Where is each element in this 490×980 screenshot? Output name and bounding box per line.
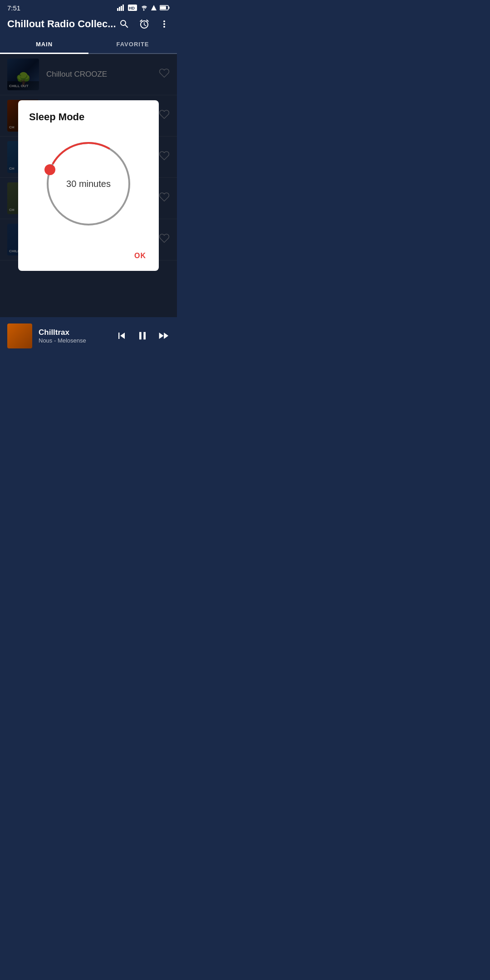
status-bar: 7:51 HD (0, 0, 177, 15)
battery-icon (160, 5, 170, 10)
status-icons: HD (117, 5, 170, 11)
player-thumbnail (7, 323, 32, 348)
svg-rect-2 (121, 6, 122, 11)
dial-minutes-text: 30 minutes (66, 179, 111, 189)
app-title: Chillout Radio Collec... (7, 18, 119, 30)
more-icon[interactable] (159, 19, 170, 29)
player-track: Nous - Melosense (39, 337, 115, 344)
network-icon (151, 5, 157, 11)
hd-icon: HD (128, 5, 137, 11)
content-area: CHILL OUT Chillout CROOZE CH Chillout...… (0, 54, 177, 317)
header-action-icons (119, 19, 170, 29)
search-icon[interactable] (119, 19, 130, 29)
tabs-bar: MAIN FAVORITE (0, 35, 177, 54)
fastforward-button[interactable] (157, 329, 170, 342)
player-info: Chilltrax Nous - Melosense (39, 328, 115, 344)
alarm-icon[interactable] (139, 19, 150, 29)
wifi-icon (140, 5, 148, 11)
dial-handle (44, 164, 55, 175)
dial-container[interactable]: 30 minutes (29, 134, 148, 234)
status-time: 7:51 (7, 4, 20, 12)
ok-button[interactable]: OK (132, 248, 148, 264)
svg-rect-0 (117, 8, 118, 11)
svg-rect-9 (160, 6, 166, 10)
dialog-actions: OK (29, 245, 148, 264)
signal-icon (117, 5, 125, 11)
bottom-player: Chilltrax Nous - Melosense (0, 318, 177, 354)
svg-text:HD: HD (129, 6, 135, 10)
tab-main[interactable]: MAIN (0, 35, 88, 53)
app-header: Chillout Radio Collec... (0, 15, 177, 35)
svg-marker-7 (151, 5, 157, 10)
dialog-title: Sleep Mode (29, 111, 148, 123)
pause-button[interactable] (136, 329, 149, 342)
sleep-mode-dialog: Sleep Mode (18, 100, 159, 271)
player-station: Chilltrax (39, 328, 115, 337)
svg-rect-1 (119, 7, 120, 11)
player-controls (115, 329, 170, 342)
svg-rect-3 (122, 5, 124, 11)
svg-point-6 (143, 10, 145, 11)
svg-rect-10 (169, 7, 170, 9)
dialog-overlay: Sleep Mode (0, 54, 177, 317)
rewind-button[interactable] (115, 329, 128, 342)
tab-favorite[interactable]: FAVORITE (88, 35, 177, 53)
